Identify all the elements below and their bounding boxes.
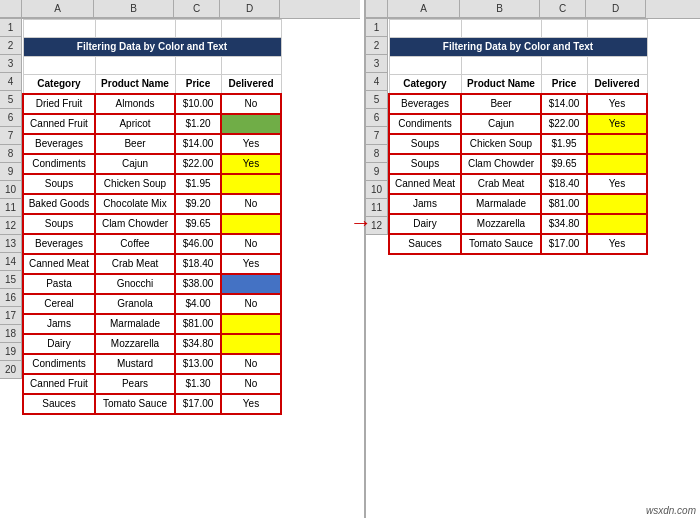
cell-delivered [221, 274, 281, 294]
cell-product: Coffee [95, 234, 175, 254]
cell-product: Beer [95, 134, 175, 154]
cell-product: Cajun [95, 154, 175, 174]
cell-empty [175, 20, 221, 38]
right-col-header-b: B [460, 0, 540, 18]
cell-price: $9.65 [541, 154, 587, 174]
row-num-20: 20 [0, 361, 22, 379]
cell-category: Soups [23, 214, 95, 234]
table-row: Cereal Granola $4.00 No [23, 294, 281, 314]
table-row: Jams Marmalade $81.00 [389, 194, 647, 214]
cell-category: Condiments [23, 354, 95, 374]
cell-category: Dairy [389, 214, 461, 234]
cell-delivered [221, 334, 281, 354]
corner-cell [0, 0, 22, 18]
cell-price: $81.00 [175, 314, 221, 334]
row-num-6: 6 [0, 109, 22, 127]
cell-category: Sauces [389, 234, 461, 254]
cell-product: Beer [461, 94, 541, 114]
right-col-header-price: Price [541, 75, 587, 95]
cell-product: Mozzarella [461, 214, 541, 234]
row-num-8: 8 [0, 145, 22, 163]
table-row: Condiments Cajun $22.00 Yes [389, 114, 647, 134]
cell-category: Baked Goods [23, 194, 95, 214]
left-spreadsheet: A B C D 1 2 3 4 5 6 7 8 9 10 11 12 13 14 [0, 0, 360, 518]
right-row-num-2: 2 [366, 37, 388, 55]
right-header-row: Category Product Name Price Delivered [389, 75, 647, 95]
cell-price: $13.00 [175, 354, 221, 374]
right-row-num-10: 10 [366, 181, 388, 199]
cell-empty [221, 20, 281, 38]
right-col-header-c: C [540, 0, 586, 18]
right-corner-cell [366, 0, 388, 18]
cell-delivered: Yes [221, 134, 281, 154]
table-row: Baked Goods Chocolate Mix $9.20 No [23, 194, 281, 214]
cell-delivered: Yes [587, 114, 647, 134]
table-row: Sauces Tomato Sauce $17.00 Yes [389, 234, 647, 254]
right-spreadsheet: A B C D 1 2 3 4 5 6 7 8 9 10 11 12 [364, 0, 700, 518]
right-row-num-7: 7 [366, 127, 388, 145]
cell-delivered: No [221, 374, 281, 394]
cell-price: $1.95 [175, 174, 221, 194]
cell-delivered [587, 134, 647, 154]
cell-empty [389, 57, 461, 75]
col-header-price: Price [175, 75, 221, 95]
right-col-headers: A B C D [366, 0, 700, 19]
row-num-15: 15 [0, 271, 22, 289]
table-row: Dried Fruit Almonds $10.00 No [23, 94, 281, 114]
right-col-header-product: Product Name [461, 75, 541, 95]
right-row-num-4: 4 [366, 73, 388, 91]
table-row: Beverages Coffee $46.00 No [23, 234, 281, 254]
cell-empty [23, 20, 95, 38]
right-col-header-category: Category [389, 75, 461, 95]
table-row: Pasta Gnocchi $38.00 [23, 274, 281, 294]
cell-empty [541, 57, 587, 75]
cell-product: Marmalade [461, 194, 541, 214]
header-row: Category Product Name Price Delivered [23, 75, 281, 95]
cell-delivered: No [221, 294, 281, 314]
table-row: Jams Marmalade $81.00 [23, 314, 281, 334]
cell-product: Tomato Sauce [461, 234, 541, 254]
left-grid: 1 2 3 4 5 6 7 8 9 10 11 12 13 14 15 16 1… [0, 19, 360, 415]
col-header-b: B [94, 0, 174, 18]
row-num-5: 5 [0, 91, 22, 109]
col-header-delivered: Delivered [221, 75, 281, 95]
cell-category: Beverages [23, 234, 95, 254]
table-row: Soups Chicken Soup $1.95 [389, 134, 647, 154]
cell-delivered: Yes [587, 234, 647, 254]
cell-price: $14.00 [541, 94, 587, 114]
table-row: Condiments Mustard $13.00 No [23, 354, 281, 374]
right-row-num-9: 9 [366, 163, 388, 181]
cell-empty [95, 20, 175, 38]
cell-product: Crab Meat [461, 174, 541, 194]
row-num-13: 13 [0, 235, 22, 253]
cell-category: Dairy [23, 334, 95, 354]
table-row: Canned Fruit Apricot $1.20 [23, 114, 281, 134]
cell-product: Pears [95, 374, 175, 394]
col-header-category: Category [23, 75, 95, 95]
cell-delivered [221, 214, 281, 234]
cell-price: $34.80 [175, 334, 221, 354]
cell-price: $18.40 [175, 254, 221, 274]
title-row: Filtering Data by Color and Text [23, 38, 281, 57]
table-row: Soups Clam Chowder $9.65 [23, 214, 281, 234]
cell-delivered: No [221, 94, 281, 114]
table-row: Canned Meat Crab Meat $18.40 Yes [389, 174, 647, 194]
cell-category: Condiments [23, 154, 95, 174]
col-header-c: C [174, 0, 220, 18]
cell-category: Beverages [23, 134, 95, 154]
cell-product: Chocolate Mix [95, 194, 175, 214]
col-header-product: Product Name [95, 75, 175, 95]
cell-price: $1.20 [175, 114, 221, 134]
cell-category: Beverages [389, 94, 461, 114]
row-num-4: 4 [0, 73, 22, 91]
left-col-headers: A B C D [0, 0, 360, 19]
row-num-16: 16 [0, 289, 22, 307]
row-num-1: 1 [0, 19, 22, 37]
cell-product: Clam Chowder [95, 214, 175, 234]
right-col-header-d: D [586, 0, 646, 18]
right-row-num-5: 5 [366, 91, 388, 109]
right-data-table: Filtering Data by Color and Text Categor… [388, 19, 648, 255]
cell-delivered [221, 114, 281, 134]
cell-price: $46.00 [175, 234, 221, 254]
cell-category: Canned Fruit [23, 114, 95, 134]
